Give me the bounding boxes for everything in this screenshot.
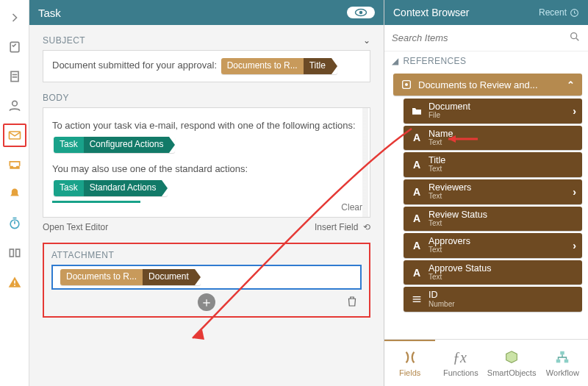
- svg-point-16: [571, 33, 577, 39]
- folder-icon: [411, 106, 423, 116]
- attachment-heading: ATTACHMENT: [51, 250, 114, 260]
- task-body-area: SUBJECT ⌄ Document submitted for your ap…: [29, 25, 384, 386]
- tab-workflow[interactable]: Workflow: [537, 340, 588, 386]
- search-icon[interactable]: [569, 31, 581, 45]
- mail-icon[interactable]: [3, 124, 26, 147]
- tab-fields[interactable]: Fields: [384, 340, 435, 386]
- checklist-icon[interactable]: [3, 35, 26, 59]
- attachment-token[interactable]: Documents to R... Document: [60, 269, 201, 285]
- task-panel: Task SUBJECT ⌄ Document submitted for yo…: [29, 0, 384, 386]
- reference-field[interactable]: AReviewersText›: [404, 179, 582, 204]
- delete-attachment-button[interactable]: [345, 295, 359, 310]
- context-title: Context Browser: [393, 7, 469, 18]
- reference-field[interactable]: DocumentFile›: [404, 99, 582, 124]
- search-input[interactable]: [392, 32, 564, 43]
- layout-icon[interactable]: [3, 241, 26, 265]
- left-iconbar: [0, 0, 29, 386]
- reference-field[interactable]: AReview StatusText: [404, 207, 582, 232]
- tab-functions[interactable]: ƒx Functions: [435, 340, 486, 386]
- svg-rect-11: [14, 281, 15, 284]
- text-type-icon: A: [411, 212, 423, 224]
- preview-toggle[interactable]: [347, 7, 375, 18]
- open-text-editor-link[interactable]: Open Text Editor: [43, 222, 108, 232]
- add-attachment-button[interactable]: ＋: [198, 293, 215, 311]
- subject-field[interactable]: Document submitted for your approval: Do…: [43, 50, 370, 82]
- text-type-icon: A: [411, 267, 423, 279]
- svg-rect-24: [556, 359, 561, 362]
- bell-icon[interactable]: [3, 182, 26, 206]
- reference-field[interactable]: ANameText: [404, 126, 582, 151]
- body-line2: You may also use one of the standard act…: [52, 163, 361, 174]
- inbox-icon[interactable]: [3, 153, 26, 176]
- svg-point-4: [12, 101, 17, 106]
- reference-group[interactable]: Documents to Review and... ⌃: [393, 74, 582, 96]
- standard-actions-token[interactable]: Task Standard Actions: [54, 180, 168, 196]
- context-browser-panel: Context Browser Recent ◢ REFERENCES Docu…: [384, 0, 588, 386]
- reference-field[interactable]: AApproversText›: [404, 233, 582, 258]
- document-icon[interactable]: [3, 65, 26, 88]
- reference-field[interactable]: IDNumber: [404, 287, 582, 312]
- references-heading-row[interactable]: ◢ REFERENCES: [384, 51, 588, 71]
- user-icon[interactable]: [3, 94, 26, 118]
- insert-field-link[interactable]: Insert Field ⟲: [315, 222, 370, 232]
- chevron-right-icon: ›: [573, 240, 576, 251]
- smartobject-icon: [401, 79, 412, 90]
- body-heading: BODY: [43, 93, 69, 103]
- clear-button[interactable]: Clear: [341, 202, 362, 212]
- task-header: Task: [29, 0, 384, 25]
- subject-section: SUBJECT ⌄ Document submitted for your ap…: [43, 35, 370, 82]
- recent-link[interactable]: Recent: [539, 7, 579, 18]
- body-editor[interactable]: To action your task via e-mail, respond …: [43, 107, 370, 218]
- reference-group-label: Documents to Review and...: [418, 79, 538, 90]
- subject-heading: SUBJECT: [43, 35, 85, 46]
- svg-rect-23: [561, 351, 565, 354]
- text-type-icon: A: [411, 159, 423, 171]
- warning-icon[interactable]: [3, 271, 26, 294]
- svg-rect-12: [14, 285, 15, 286]
- chevron-right-icon: ›: [573, 105, 576, 117]
- body-section: BODY To action your task via e-mail, res…: [43, 93, 370, 232]
- configured-actions-token[interactable]: Task Configured Actions: [54, 137, 175, 153]
- context-header: Context Browser Recent: [384, 0, 588, 25]
- references-heading: REFERENCES: [403, 56, 466, 66]
- svg-rect-25: [564, 359, 569, 362]
- subject-token[interactable]: Documents to R... Title: [221, 58, 337, 74]
- svg-rect-10: [15, 249, 19, 257]
- reference-tree: Documents to Review and... ⌃ DocumentFil…: [384, 71, 588, 339]
- svg-rect-9: [10, 249, 13, 257]
- attachment-field[interactable]: Documents to R... Document: [51, 265, 362, 290]
- svg-line-17: [576, 38, 578, 40]
- timer-icon[interactable]: [3, 212, 26, 235]
- text-type-icon: A: [411, 186, 423, 198]
- subject-prefix: Document submitted for your approval:: [52, 60, 217, 71]
- caret-down-icon: ◢: [392, 56, 398, 66]
- attachment-section: ATTACHMENT Documents to R... Document ＋: [43, 243, 370, 318]
- svg-rect-0: [10, 42, 19, 51]
- search-row: [384, 25, 588, 51]
- chevron-up-icon: ⌃: [567, 79, 575, 90]
- svg-point-14: [359, 11, 363, 15]
- svg-point-19: [405, 83, 408, 86]
- reference-field[interactable]: AApprove StatusText: [404, 260, 582, 285]
- text-type-icon: A: [411, 240, 423, 251]
- text-type-icon: A: [411, 132, 423, 143]
- chevron-right-icon: ›: [573, 186, 576, 198]
- chevron-down-icon[interactable]: ⌄: [363, 35, 371, 46]
- body-line1: To action your task via e-mail, respond …: [52, 120, 361, 131]
- task-title: Task: [38, 7, 61, 19]
- collapse-icon[interactable]: [3, 6, 26, 29]
- context-bottom-tabs: Fields ƒx Functions SmartObjects Workflo…: [384, 339, 588, 386]
- list-icon: [411, 294, 423, 304]
- reference-field[interactable]: ATitleText: [404, 152, 582, 177]
- tab-smartobjects[interactable]: SmartObjects: [487, 340, 537, 386]
